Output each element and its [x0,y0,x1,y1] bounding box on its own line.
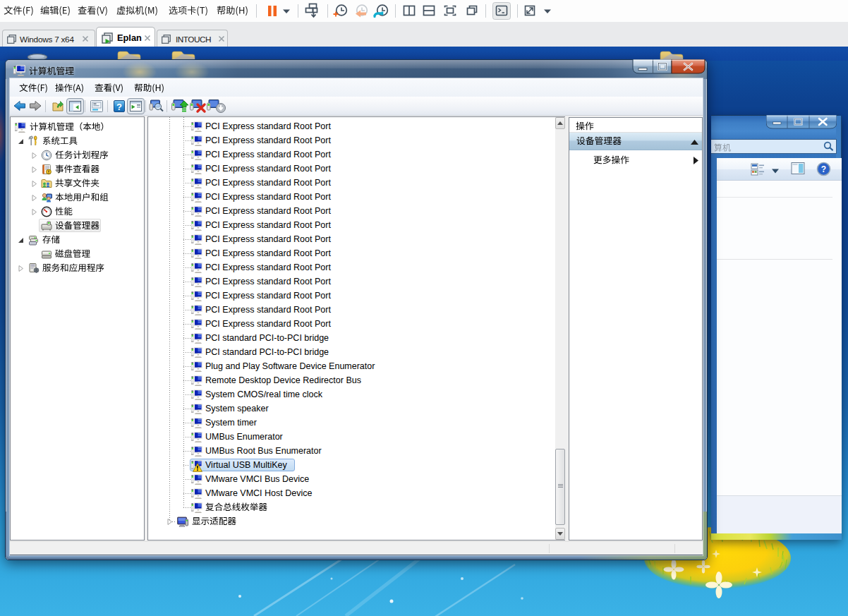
svg-text:?: ? [821,164,826,174]
svg-text:?: ? [116,102,122,112]
